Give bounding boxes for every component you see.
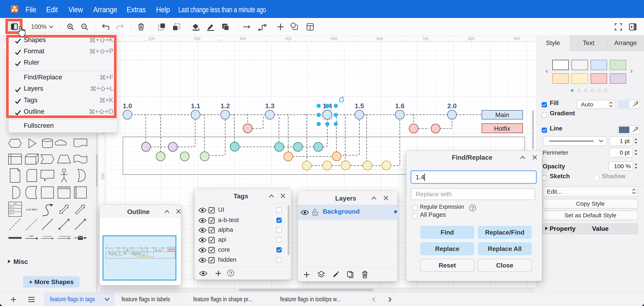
svg-text:2.0: 2.0 — [447, 102, 456, 110]
svg-text:Item 3: Item 3 — [9, 213, 14, 215]
svg-text:1.6: 1.6 — [395, 102, 404, 110]
svg-text:1.5: 1.5 — [354, 102, 364, 110]
svg-text:Label: Label — [29, 235, 34, 237]
svg-text:Vertical Container: Vertical Container — [59, 187, 69, 189]
svg-text:Label: Label — [63, 236, 67, 237]
svg-text:List: List — [14, 202, 16, 205]
svg-text:1.1: 1.1 — [191, 102, 200, 110]
svg-text:Item 1: Item 1 — [9, 206, 14, 208]
svg-text:Hotfix: Hotfix — [494, 125, 510, 132]
svg-text:Label: Label — [48, 236, 52, 237]
svg-text:List Item: List Item — [26, 208, 38, 211]
svg-text:Source: Source — [43, 236, 48, 237]
svg-text:1.0: 1.0 — [123, 102, 132, 110]
svg-text:1.3: 1.3 — [265, 102, 274, 110]
svg-text:Main: Main — [495, 111, 509, 118]
svg-text:Item 2: Item 2 — [9, 209, 14, 211]
svg-text:1.2: 1.2 — [220, 102, 230, 110]
svg-text:Horizontal Container: Horizontal Container — [75, 186, 76, 198]
svg-text:Target: Target — [66, 236, 71, 237]
